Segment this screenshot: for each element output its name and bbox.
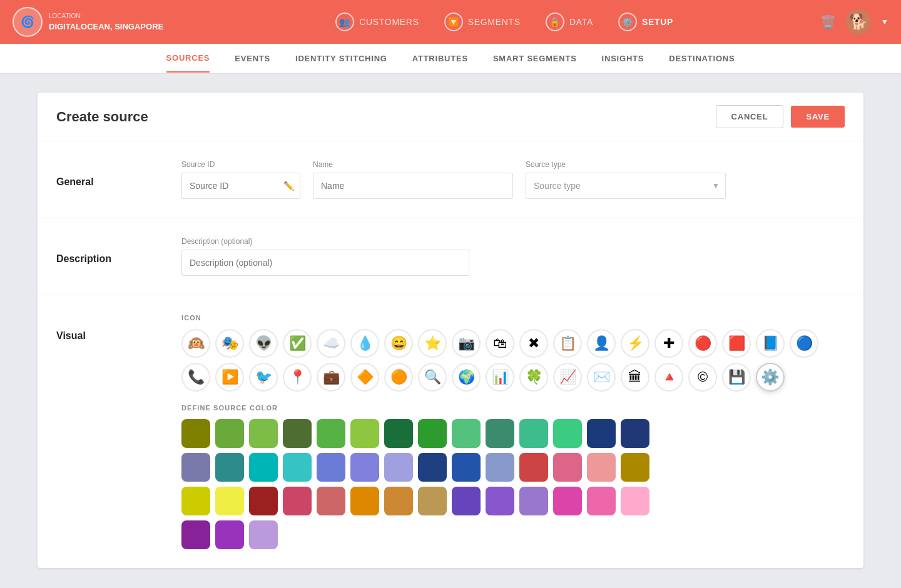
icon-option-27[interactable]: 🌍	[452, 363, 481, 392]
color-swatch-36[interactable]	[452, 487, 481, 515]
color-swatch-1[interactable]	[215, 419, 244, 448]
icon-option-3[interactable]: ✅	[283, 329, 312, 358]
nav-item-setup[interactable]: ⚙️ SETUP	[606, 8, 686, 36]
subnav-item-identity-stitching[interactable]: IDENTITY STITCHING	[295, 45, 387, 72]
icon-option-22[interactable]: 📍	[283, 363, 312, 392]
color-swatch-42[interactable]	[181, 520, 210, 549]
color-swatch-33[interactable]	[350, 487, 379, 515]
icon-option-11[interactable]: 📋	[553, 329, 582, 358]
color-swatch-4[interactable]	[317, 419, 345, 448]
color-swatch-39[interactable]	[553, 487, 582, 515]
subnav-item-sources[interactable]: SOURCES	[166, 44, 210, 73]
description-input[interactable]	[181, 250, 469, 276]
subnav-item-attributes[interactable]: ATTRIBUTES	[412, 45, 468, 72]
color-swatch-3[interactable]	[283, 419, 312, 448]
edit-icon[interactable]: ✏️	[283, 181, 294, 191]
color-swatch-12[interactable]	[587, 419, 616, 448]
color-swatch-25[interactable]	[553, 453, 582, 482]
color-swatch-30[interactable]	[249, 487, 278, 515]
icon-option-35[interactable]: 💾	[722, 363, 751, 392]
icon-option-33[interactable]: 🔺	[654, 363, 683, 392]
color-swatch-20[interactable]	[384, 453, 413, 482]
icon-option-31[interactable]: ✉️	[587, 363, 616, 392]
nav-item-data[interactable]: 🔒 DATA	[533, 8, 606, 36]
color-swatch-13[interactable]	[621, 419, 649, 448]
color-swatch-6[interactable]	[384, 419, 413, 448]
nav-item-customers[interactable]: 👥 CUSTOMERS	[323, 8, 432, 36]
icon-option-14[interactable]: ✚	[654, 329, 683, 358]
color-swatch-29[interactable]	[215, 487, 244, 515]
icon-option-2[interactable]: 👽	[249, 329, 278, 358]
icon-option-4[interactable]: ☁️	[317, 329, 345, 358]
icon-option-6[interactable]: 😄	[384, 329, 413, 358]
icon-option-10[interactable]: ✖	[519, 329, 548, 358]
color-swatch-7[interactable]	[418, 419, 447, 448]
subnav-item-smart-segments[interactable]: SMART SEGMENTS	[493, 45, 577, 72]
icon-option-5[interactable]: 💧	[350, 329, 379, 358]
icon-option-30[interactable]: 📈	[553, 363, 582, 392]
color-swatch-19[interactable]	[350, 453, 379, 482]
color-swatch-9[interactable]	[486, 419, 514, 448]
icon-option-23[interactable]: 💼	[317, 363, 345, 392]
color-swatch-34[interactable]	[384, 487, 413, 515]
icon-option-32[interactable]: 🏛	[621, 363, 649, 392]
color-swatch-8[interactable]	[452, 419, 481, 448]
avatar[interactable]: 🐕	[846, 9, 871, 34]
color-swatch-32[interactable]	[317, 487, 345, 515]
save-button[interactable]: SAVE	[791, 106, 845, 128]
icon-option-16[interactable]: 🟥	[722, 329, 751, 358]
icon-option-9[interactable]: 🛍	[486, 329, 514, 358]
color-swatch-28[interactable]	[181, 487, 210, 515]
icon-option-8[interactable]: 📷	[452, 329, 481, 358]
icon-option-12[interactable]: 👤	[587, 329, 616, 358]
color-swatch-43[interactable]	[215, 520, 244, 549]
icon-option-13[interactable]: ⚡	[621, 329, 649, 358]
color-swatch-18[interactable]	[317, 453, 345, 482]
color-swatch-16[interactable]	[249, 453, 278, 482]
color-swatch-14[interactable]	[181, 453, 210, 482]
color-swatch-23[interactable]	[486, 453, 514, 482]
color-swatch-11[interactable]	[553, 419, 582, 448]
icon-option-26[interactable]: 🔍	[418, 363, 447, 392]
icon-option-17[interactable]: 📘	[756, 329, 785, 358]
color-swatch-26[interactable]	[587, 453, 616, 482]
icon-option-0[interactable]: 🙉	[181, 329, 210, 358]
color-swatch-41[interactable]	[621, 487, 649, 515]
color-swatch-37[interactable]	[486, 487, 514, 515]
icon-option-34[interactable]: ©	[688, 363, 717, 392]
color-swatch-2[interactable]	[249, 419, 278, 448]
icon-option-19[interactable]: 📞	[181, 363, 210, 392]
cancel-button[interactable]: CANCEL	[716, 105, 784, 128]
color-swatch-0[interactable]	[181, 419, 210, 448]
trash-icon[interactable]: 🗑️	[820, 14, 836, 29]
subnav-item-destinations[interactable]: DESTINATIONS	[669, 45, 735, 72]
subnav-item-insights[interactable]: INSIGHTS	[602, 45, 644, 72]
icon-option-7[interactable]: ⭐	[418, 329, 447, 358]
icon-option-15[interactable]: 🔴	[688, 329, 717, 358]
color-swatch-35[interactable]	[418, 487, 447, 515]
icon-option-25[interactable]: 🟠	[384, 363, 413, 392]
nav-item-segments[interactable]: 🔽 SEGMENTS	[432, 8, 533, 36]
color-swatch-21[interactable]	[418, 453, 447, 482]
color-swatch-38[interactable]	[519, 487, 548, 515]
source-type-select[interactable]: Source type	[526, 173, 726, 199]
color-swatch-15[interactable]	[215, 453, 244, 482]
color-swatch-40[interactable]	[587, 487, 616, 515]
name-input[interactable]	[313, 173, 513, 199]
icon-option-24[interactable]: 🔶	[350, 363, 379, 392]
icon-option-21[interactable]: 🐦	[249, 363, 278, 392]
user-menu-chevron[interactable]: ▼	[881, 18, 888, 26]
color-swatch-17[interactable]	[283, 453, 312, 482]
icon-option-gear-selected[interactable]: ⚙️	[756, 363, 785, 392]
color-swatch-27[interactable]	[621, 453, 649, 482]
logo-area[interactable]: 🌀 LOCATION: DIGITALOCEAN, SINGAPORE	[13, 7, 163, 37]
icon-option-28[interactable]: 📊	[486, 363, 514, 392]
color-swatch-24[interactable]	[519, 453, 548, 482]
icon-option-20[interactable]: ▶️	[215, 363, 244, 392]
color-swatch-5[interactable]	[350, 419, 379, 448]
icon-option-1[interactable]: 🎭	[215, 329, 244, 358]
color-swatch-44[interactable]	[249, 520, 278, 549]
color-swatch-22[interactable]	[452, 453, 481, 482]
color-swatch-31[interactable]	[283, 487, 312, 515]
color-swatch-10[interactable]	[519, 419, 548, 448]
